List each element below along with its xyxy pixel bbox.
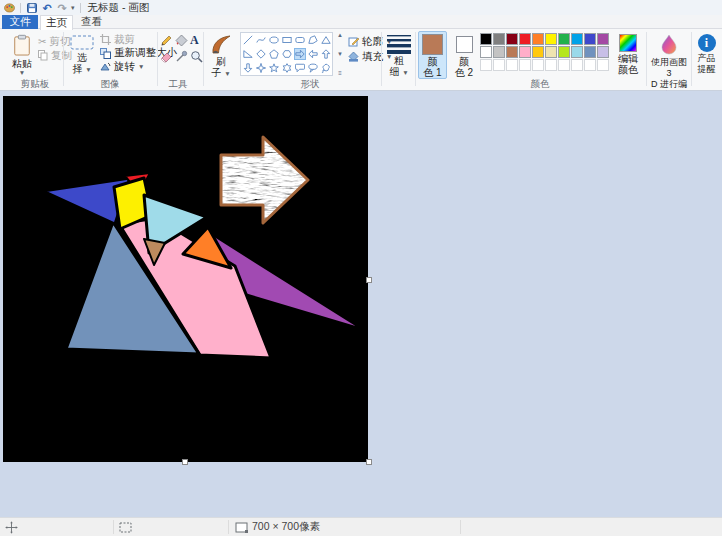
palette-empty-slot[interactable] [532,59,544,71]
palette-color-swatch[interactable] [493,46,505,58]
separator [381,32,382,86]
palette-color-swatch[interactable] [506,33,518,45]
shape-rectangle[interactable] [281,34,293,46]
shape-oval-callout[interactable] [307,62,319,74]
palette-color-swatch[interactable] [584,33,596,45]
image-group-label: 图像 [75,78,145,90]
shape-up-arrow[interactable] [320,48,332,60]
rotate-button[interactable]: 旋转 ▼ [100,60,144,73]
palette-color-swatch[interactable] [558,33,570,45]
palette-color-swatch[interactable] [519,46,531,58]
crop-label: 裁剪 [114,33,135,47]
canvas-resize-handle-corner[interactable] [366,459,372,465]
palette-empty-slot[interactable] [584,59,596,71]
eyedropper-icon [175,50,188,63]
pencil-tool[interactable] [160,34,173,47]
shape-right-arrow[interactable] [294,48,306,60]
select-button[interactable]: 选 择 ▼ [68,31,96,76]
shapes-gallery [240,32,333,76]
palette-color-swatch[interactable] [532,33,544,45]
shape-line[interactable] [242,34,254,46]
shape-right-triangle[interactable] [242,48,254,60]
rotate-icon [100,61,111,72]
product-alerts-button[interactable]: i 产品 提醒 [693,31,720,76]
gallery-scroll-up[interactable]: ▲ [337,32,343,38]
shape-curve[interactable] [255,34,267,46]
palette-color-swatch[interactable] [571,46,583,58]
cut-button[interactable]: ✂ 剪切 [38,35,70,48]
shape-triangle[interactable] [320,34,332,46]
canvas-resize-handle-bottom[interactable] [182,459,188,465]
fill-tool[interactable] [175,34,188,47]
shape-rounded-rectangle[interactable] [294,34,306,46]
palette-color-swatch[interactable] [597,46,609,58]
crop-button[interactable]: 裁剪 [100,33,135,46]
brushes-button[interactable]: 刷 子 ▼ [206,31,236,80]
redo-button[interactable]: ↷ [56,2,68,14]
gallery-expand[interactable]: ≡ [338,70,342,76]
palette-color-swatch[interactable] [558,46,570,58]
selection-size-indicator [119,518,132,536]
drawing-canvas[interactable] [3,96,368,462]
undo-button[interactable]: ↶ [41,2,53,14]
tab-file[interactable]: 文件 [2,15,38,29]
shape-rounded-callout[interactable] [294,62,306,74]
palette-color-swatch[interactable] [597,33,609,45]
palette-empty-slot[interactable] [545,59,557,71]
paint-app-icon [3,2,15,14]
canvas-size-icon [235,522,248,533]
palette-color-swatch[interactable] [493,33,505,45]
copy-button[interactable]: 复制 [38,49,72,62]
paste-button[interactable]: 粘贴 ▼ [6,31,38,77]
separator [460,520,461,534]
shape-five-point-star[interactable] [268,62,280,74]
shape-cloud-callout[interactable] [320,62,332,74]
text-tool[interactable]: A [190,34,199,47]
shape-hexagon[interactable] [281,48,293,60]
canvas-resize-handle-right[interactable] [366,277,372,283]
palette-empty-slot[interactable] [506,59,518,71]
gallery-scroll-down[interactable]: ▼ [337,51,343,57]
palette-color-swatch[interactable] [506,46,518,58]
palette-color-swatch[interactable] [584,46,596,58]
select-icon [70,34,94,51]
palette-empty-slot[interactable] [597,59,609,71]
shape-down-arrow[interactable] [242,62,254,74]
palette-color-swatch[interactable] [545,33,557,45]
size-button[interactable]: 粗 细 ▼ [384,31,414,79]
palette-color-swatch[interactable] [480,46,492,58]
customize-quick-access-dropdown[interactable]: ▾ [71,5,75,11]
eraser-tool[interactable] [160,50,173,63]
shape-diamond[interactable] [255,48,267,60]
shape-ellipse[interactable] [268,34,280,46]
titlebar: ↶ ↷ ▾ 无标题 - 画图 [0,0,722,15]
shapes-gallery-scroll: ▲ ▼ ≡ [335,32,345,76]
palette-empty-slot[interactable] [558,59,570,71]
palette-color-swatch[interactable] [480,33,492,45]
save-button[interactable] [26,2,38,14]
tab-view[interactable]: 查看 [75,15,108,29]
palette-empty-slot[interactable] [480,59,492,71]
palette-empty-slot[interactable] [519,59,531,71]
palette-color-swatch[interactable] [571,33,583,45]
palette-color-swatch[interactable] [519,33,531,45]
shapes-group-label: 形状 [275,78,345,90]
palette-color-swatch[interactable] [532,46,544,58]
shape-polygon[interactable] [307,34,319,46]
color1-button[interactable]: 颜 色 1 [418,31,447,79]
color-picker-tool[interactable] [175,50,188,63]
edit-colors-button[interactable]: 编辑 颜色 [613,31,643,76]
color2-button[interactable]: 颜 色 2 [450,31,478,79]
resize-icon [100,48,111,59]
shape-pentagon[interactable] [268,48,280,60]
shape-four-point-star[interactable] [255,62,267,74]
tab-home[interactable]: 主页 [40,15,73,30]
paint-window: ↶ ↷ ▾ 无标题 - 画图 文件 主页 查看 粘贴 ▼ ✂ 剪切 复制 剪贴板 [0,0,722,536]
palette-empty-slot[interactable] [493,59,505,71]
palette-empty-slot[interactable] [571,59,583,71]
magnifier-tool[interactable] [190,50,203,63]
shape-left-arrow[interactable] [307,48,319,60]
shape-six-point-star[interactable] [281,62,293,74]
palette-color-swatch[interactable] [545,46,557,58]
edit-colors-icon [619,34,637,52]
